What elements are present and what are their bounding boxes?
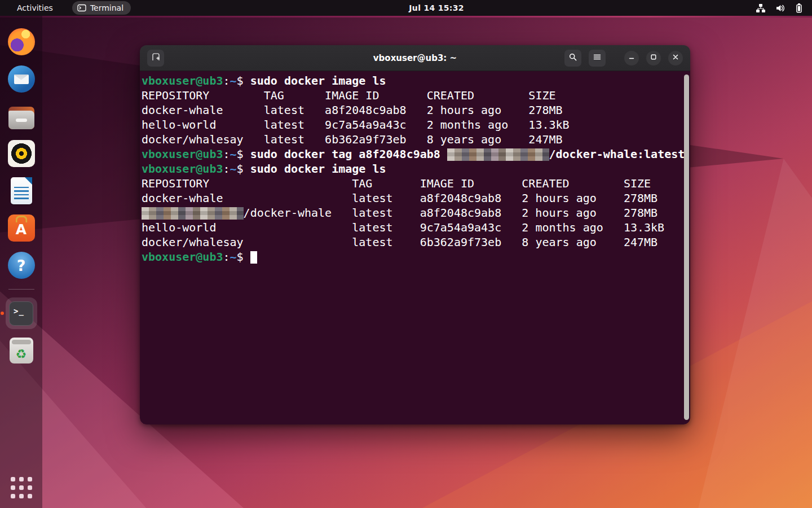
trash-icon: ♻ [10,338,33,364]
hamburger-menu-icon [593,52,602,64]
dock-separator [8,289,34,290]
thunderbird-icon [8,65,35,93]
recycle-glyph: ♻ [16,348,27,361]
dock-item-ubuntu-software[interactable]: A [8,214,35,242]
terminal-text: /docker-whale latest a8f2048c9ab8 2 hour… [244,206,658,220]
terminal-text: ~ [230,147,237,161]
close-button[interactable] [668,51,683,65]
desktop: Activities Terminal Jul 14 15:32 [0,0,812,508]
new-tab-icon [151,52,161,64]
running-indicator-dot [1,312,4,315]
terminal-text: REPOSITORY TAG IMAGE ID CREATED SIZE [142,177,651,190]
terminal-line: vboxuser@ub3:~$ sudo docker image ls [142,73,690,88]
dock-item-firefox[interactable] [8,28,35,55]
terminal-text: docker/whalesay latest 6b362a9f73eb 8 ye… [142,235,657,249]
menu-button[interactable] [589,50,606,67]
title-bar[interactable]: vboxuser@ub3: ~ [140,45,690,71]
show-applications-button[interactable] [11,477,32,498]
terminal-output[interactable]: vboxuser@ub3:~$ sudo docker image lsREPO… [140,71,690,424]
redacted-username-block [142,207,244,220]
ubuntu-software-icon: A [8,214,35,242]
terminal-line: docker/whalesay latest 6b362a9f73eb 8 ye… [142,132,690,147]
rhythmbox-speaker-icon [8,140,35,167]
terminal-line: docker-whale latest a8f2048c9ab8 2 hours… [142,191,690,205]
terminal-text: ~ [230,250,237,264]
network-wired-icon [756,3,766,13]
terminal-cursor [250,251,257,264]
dock-item-libreoffice-writer[interactable] [8,177,35,204]
clock[interactable]: Jul 14 15:32 [409,3,464,12]
dock-item-rhythmbox[interactable] [8,140,35,167]
terminal-text: $ [237,74,250,87]
terminal-text: sudo docker image ls [250,74,386,87]
terminal-line: REPOSITORY TAG IMAGE ID CREATED SIZE [142,88,690,103]
terminal-text: ~ [230,162,237,176]
dock-item-trash[interactable]: ♻ [8,337,35,364]
terminal-text: vboxuser@ub3 [142,162,223,176]
terminal-text: hello-world latest 9c7a54a9a43c 2 months… [142,118,570,132]
focused-app-menu[interactable]: Terminal [72,1,131,15]
dock-item-help[interactable]: ? [8,252,35,279]
terminal-text: hello-world latest 9c7a54a9a43c 2 months… [142,221,664,234]
terminal-line: vboxuser@ub3:~$ sudo docker tag a8f2048c… [142,147,690,161]
terminal-line: /docker-whale latest a8f2048c9ab8 2 hour… [142,205,690,220]
terminal-text: docker-whale latest a8f2048c9ab8 2 hours… [142,191,657,205]
top-bar: Activities Terminal Jul 14 15:32 [0,0,812,16]
terminal-text: : [223,147,230,161]
scrollbar-thumb[interactable] [684,75,689,420]
dock-item-files[interactable] [8,103,35,130]
terminal-icon [77,3,86,12]
search-icon [568,52,577,64]
terminal-text: docker/whalesay latest 6b362a9f73eb 8 ye… [142,133,563,146]
libreoffice-writer-document-icon [11,177,32,204]
terminal-text: : [223,74,230,87]
terminal-line: docker/whalesay latest 6b362a9f73eb 8 ye… [142,235,690,249]
terminal-text: $ [237,147,250,161]
activities-button[interactable]: Activities [12,2,58,14]
terminal-text: : [223,162,230,176]
terminal-text: vboxuser@ub3 [142,250,223,264]
terminal-line: vboxuser@ub3:~$ sudo docker image ls [142,161,690,176]
dock-item-terminal[interactable]: >_ [6,297,37,329]
terminal-text: $ [237,250,250,264]
terminal-line: vboxuser@ub3:~$ [142,249,690,264]
terminal-text: ~ [230,74,237,87]
terminal-line: REPOSITORY TAG IMAGE ID CREATED SIZE [142,176,690,191]
focused-app-label: Terminal [90,3,123,12]
terminal-window: vboxuser@ub3: ~ [140,45,690,424]
help-glyph: ? [17,257,26,274]
terminal-text: $ [237,162,250,176]
software-letter: A [16,221,27,238]
terminal-text: vboxuser@ub3 [142,74,223,87]
terminal-text: REPOSITORY TAG IMAGE ID CREATED SIZE [142,89,556,102]
terminal-text: sudo docker tag a8f2048c9ab8 [250,147,447,161]
terminal-text: : [223,250,230,264]
firefox-icon [8,28,35,55]
help-question-icon: ? [8,252,35,279]
search-button[interactable] [564,50,581,67]
minimize-icon [628,52,636,63]
terminal-prompt-glyph: >_ [14,306,24,316]
maximize-button[interactable] [646,51,661,65]
terminal-icon: >_ [9,301,33,326]
dock-item-thunderbird[interactable] [8,65,35,93]
redacted-username-block [447,148,549,161]
terminal-text: vboxuser@ub3 [142,147,223,161]
maximize-icon [650,52,657,63]
minimize-button[interactable] [624,51,639,65]
terminal-text: sudo docker image ls [250,162,386,176]
close-icon [672,52,679,63]
terminal-text: docker-whale latest a8f2048c9ab8 2 hours… [142,103,563,117]
terminal-line: hello-world latest 9c7a54a9a43c 2 months… [142,117,690,132]
new-tab-button[interactable] [147,50,164,67]
dock: A ? >_ ♻ [0,16,42,508]
battery-icon [795,3,803,13]
terminal-line: hello-world latest 9c7a54a9a43c 2 months… [142,220,690,235]
terminal-text: /docker-whale:latest [549,147,685,161]
files-folder-icon [8,107,34,129]
terminal-line: docker-whale latest a8f2048c9ab8 2 hours… [142,103,690,117]
system-status-area[interactable] [756,3,803,13]
volume-icon [775,3,785,13]
